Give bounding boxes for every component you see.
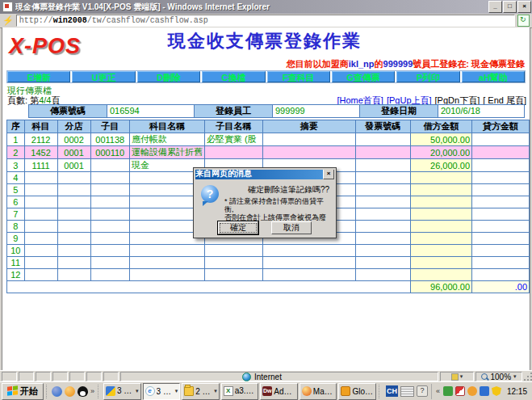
cell-debit: 50,000.00 [410, 133, 471, 146]
column-header: 分店 [57, 120, 90, 133]
cell-sub [90, 172, 129, 184]
protected-mode-segment[interactable]: ▾ [440, 372, 474, 381]
cell-account_name: 應付帳款 [129, 133, 204, 146]
dialog-body: ? 確定刪除這筆記錄嗎?? * 請注意保持會計傳票的借貸平衡, 否則在會計上該傳… [194, 179, 336, 236]
toolbar-button-2[interactable]: U更正 [72, 71, 135, 82]
taskbar-button-3[interactable]: 2 Wi...▾ [182, 383, 220, 400]
quick-launch-overflow-icon[interactable]: » [90, 387, 95, 395]
taskbar-button-label: Globa... [352, 387, 374, 396]
media-icon[interactable] [65, 386, 75, 397]
dialog-close-icon[interactable]: × [323, 169, 334, 179]
cell-branch [57, 221, 90, 233]
language-indicator[interactable]: CH [386, 385, 398, 397]
info-label-1: 傳票號碼 [28, 104, 107, 118]
cell-seq: 6 [7, 196, 25, 208]
cell-branch: 0001 [57, 146, 90, 159]
cell-summary [262, 257, 355, 269]
cell-branch [57, 196, 90, 208]
toolbar-button-7[interactable]: P列印 [396, 71, 459, 82]
cell-sub: 001138 [90, 133, 129, 146]
messenger-icon[interactable] [455, 386, 465, 396]
cell-credit [472, 146, 530, 159]
antivirus-icon[interactable] [443, 386, 453, 396]
table-row[interactable]: 10 [7, 245, 530, 257]
chat-icon [341, 386, 350, 396]
info-value-3[interactable]: 2010/6/18 [438, 104, 525, 118]
page-refresh-icon[interactable] [517, 15, 530, 27]
minimize-button[interactable]: _ [488, 1, 502, 13]
page-title: 現金收支傳票登錄作業 [115, 29, 414, 53]
restore-button[interactable]: □ [503, 1, 517, 13]
table-row[interactable]: 11 [7, 257, 530, 269]
table-row[interactable]: 12 [7, 269, 530, 281]
taskbar-button-5[interactable]: DwAdobe... [260, 383, 298, 400]
table-row[interactable]: 214520001000110運輸設備累計折舊20,000.00 [7, 146, 530, 159]
resize-grip[interactable] [522, 371, 532, 382]
window-titlebar[interactable]: 現金傳票登錄作業 V1.04[X-POS 雲端版] - Windows Inte… [0, 0, 532, 14]
toolbar-button-4[interactable]: C換檔 [202, 71, 265, 82]
cell-account [24, 245, 57, 257]
download-icon[interactable] [467, 386, 477, 396]
cancel-button[interactable]: 取消 [271, 221, 312, 234]
taskbar-button-label: 3 In... [157, 387, 174, 396]
toolbar-button-5[interactable]: F查科目 [267, 71, 330, 82]
column-header: 子目 [90, 120, 129, 133]
toolbar-button-1[interactable]: E增新 [7, 71, 70, 82]
start-button[interactable]: 开始 [2, 383, 44, 400]
dropdown-arrow-icon[interactable]: ▾ [136, 388, 139, 394]
macromedia-icon [302, 386, 312, 396]
cell-branch [57, 257, 90, 269]
cell-credit [472, 184, 530, 196]
browser-icon[interactable] [52, 386, 62, 397]
cell-branch [57, 269, 90, 281]
taskbar-button-7[interactable]: Globa... [338, 383, 376, 400]
clock: 12:15 [504, 387, 530, 396]
column-header: 借方金額 [410, 120, 471, 133]
toolbar-button-8[interactable]: aH幫助 [462, 71, 525, 82]
cell-sub [90, 196, 129, 208]
dropdown-arrow-icon[interactable]: ▾ [214, 388, 217, 394]
tray-chevron-icon[interactable]: « [435, 387, 441, 395]
cell-invoice [355, 172, 410, 184]
cell-debit [410, 172, 471, 184]
cell-sub_name: 必堅實業 (股 [204, 133, 262, 146]
close-button[interactable]: × [517, 1, 531, 13]
taskbar-button-4[interactable]: Xa3.會... [221, 383, 259, 400]
address-bar: ⚡ http://win2008/tw/cashflow/cashflow.as… [0, 14, 532, 28]
debit-total: 96,000.00 [410, 281, 471, 293]
taskbar-button-2[interactable]: e3 In...▾ [143, 383, 181, 400]
dialog-titlebar[interactable]: 来自网页的消息 × [194, 168, 336, 179]
franchise-id: ikl_np [349, 59, 375, 69]
ok-button[interactable]: 確定 [218, 221, 258, 234]
update-icon[interactable] [480, 386, 489, 396]
confirm-dialog: 来自网页的消息 × ? 確定刪除這筆記錄嗎?? * 請注意保持會計傳票的借貸平衡… [193, 167, 337, 238]
keyboard-icon[interactable] [400, 386, 414, 397]
info-value-2[interactable]: 999999 [272, 104, 359, 118]
address-input[interactable]: http://win2008/tw/cashflow/cashflow.asp [16, 15, 515, 27]
toolbar-button-6[interactable]: G查傳票 [332, 71, 395, 82]
taskbar-button-1[interactable]: 3 新...▾ [103, 383, 141, 400]
cell-account_name: 運輸設備累計折舊 [129, 146, 204, 159]
cell-sub [90, 233, 129, 245]
cell-seq: 1 [7, 133, 25, 146]
cell-seq: 9 [7, 233, 25, 245]
totals-empty [7, 281, 411, 293]
cell-seq: 5 [7, 184, 25, 196]
magnifier-icon [481, 373, 488, 380]
cell-seq: 12 [7, 269, 25, 281]
dropdown-arrow-icon[interactable]: ▾ [175, 388, 178, 394]
totals-row: 96,000.00.00 [7, 281, 530, 293]
cell-summary [262, 245, 355, 257]
table-row[interactable]: 121120002001138應付帳款必堅實業 (股50,000.00 [7, 133, 530, 146]
windows-logo-icon [7, 385, 18, 396]
quick-launch [52, 386, 88, 397]
info-value-1[interactable]: 016594 [107, 104, 194, 118]
qq-icon[interactable] [77, 386, 88, 397]
toolbar-button-3[interactable]: D刪除 [137, 71, 200, 82]
taskbar-button-6[interactable]: Macro... [300, 383, 337, 400]
dreamweaver-icon: Dw [262, 386, 272, 396]
zoom-control[interactable]: 100% ▾ [475, 372, 522, 381]
help-icon[interactable]: ? [417, 385, 428, 397]
security-shield-icon[interactable] [492, 386, 501, 396]
taskbar-button-label: Macro... [313, 387, 335, 396]
